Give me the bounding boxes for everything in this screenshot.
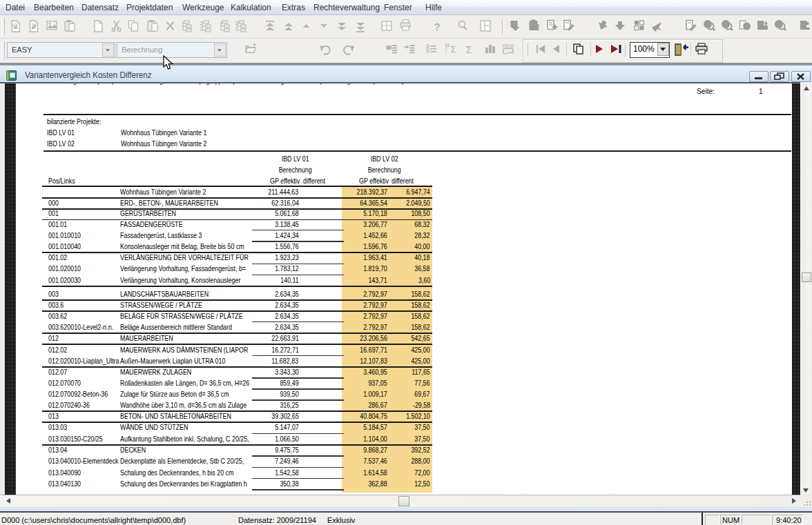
svg-text:?: ? [434,21,440,32]
svg-text:Σ: Σ [450,44,456,55]
svg-text:Σ: Σ [466,44,472,55]
svg-text:REB: REB [503,43,514,49]
